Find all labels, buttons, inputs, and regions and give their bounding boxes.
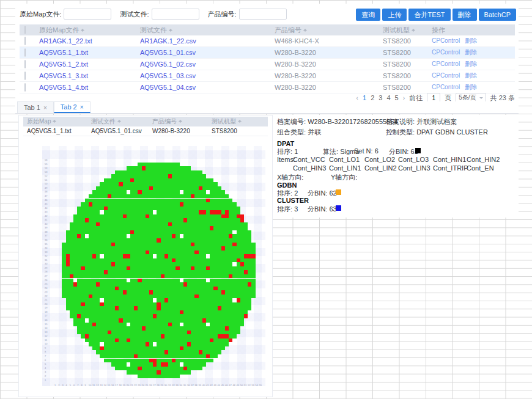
machine-type: STS8200 bbox=[383, 49, 411, 56]
wafer-die bbox=[202, 362, 206, 367]
test-file-link[interactable]: AQ5VG5.1_02.csv bbox=[140, 60, 196, 68]
cell-test-file-link: AQ5VG5.1_03.csv bbox=[138, 72, 272, 79]
x-axis-tick: 10 bbox=[89, 384, 91, 387]
page-number-5[interactable]: 5 bbox=[395, 94, 399, 101]
subtable-column-header-3: 测试机型 bbox=[208, 117, 266, 126]
toolbar-button-2[interactable]: 合并TEST bbox=[408, 9, 450, 21]
subtable-column-header-0: 原始Map bbox=[23, 117, 87, 126]
cell-map-file-link: AQ5VG5.1_1.txt bbox=[37, 49, 138, 56]
test-file-input[interactable] bbox=[152, 9, 199, 20]
table-row[interactable]: AQ5VG5.1_3.txtAQ5VG5.1_03.csvW280-B-3220… bbox=[20, 70, 515, 82]
table-row[interactable]: AQ5VG5.1_2.txtAQ5VG5.1_02.csvW280-B-3220… bbox=[20, 59, 515, 70]
cpcontrol-link[interactable]: CPControl bbox=[432, 84, 460, 90]
map-file-filter-label: 原始Map文件: bbox=[20, 10, 61, 19]
x-axis-tick: 30 bbox=[164, 384, 167, 387]
table-row[interactable]: AR1AGK.1_22.txtAR1AGK.1_22.csvW468-KHC4-… bbox=[20, 35, 515, 47]
tab-close-icon[interactable]: × bbox=[80, 104, 84, 111]
page-number-1[interactable]: 1 bbox=[363, 94, 366, 101]
y-axis-tick: 36 bbox=[45, 238, 47, 241]
subtable-data-row[interactable]: AQ5VG5.1_1.txtAQ5VG5.1_01.csvW280-B-3220… bbox=[23, 126, 268, 136]
table-row[interactable]: AQ5VG5.1_4.txtAQ5VG5.1_04.csvW280-B-3220… bbox=[20, 82, 515, 93]
sort-icon[interactable] bbox=[169, 27, 173, 33]
cpcontrol-link[interactable]: CPControl bbox=[432, 60, 460, 67]
subtable-column-label: 测试文件 bbox=[91, 118, 116, 125]
row-checkbox[interactable] bbox=[24, 60, 26, 68]
dpat-item: Cont_LIN1 bbox=[329, 164, 361, 172]
sort-icon[interactable] bbox=[117, 119, 122, 124]
row-checkbox-cell bbox=[20, 37, 37, 45]
delete-link[interactable]: 删除 bbox=[465, 49, 477, 56]
y-axis-tick: 28 bbox=[45, 270, 47, 273]
select-all-checkbox[interactable] bbox=[24, 26, 26, 34]
cpcontrol-link[interactable]: CPControl bbox=[432, 37, 460, 44]
x-axis-tick: 22 bbox=[134, 384, 136, 387]
cell-product-code: W468-KHC4-X bbox=[272, 37, 380, 45]
wafer-die bbox=[240, 323, 244, 327]
cell-test-file-link: AQ5VG5.1_02.csv bbox=[138, 60, 272, 68]
cpcontrol-link[interactable]: CPControl bbox=[432, 49, 460, 56]
row-checkbox[interactable] bbox=[24, 48, 26, 57]
tab-2[interactable]: Tab 2× bbox=[54, 101, 91, 113]
row-checkbox[interactable] bbox=[24, 37, 26, 45]
test-file-link[interactable]: AQ5VG5.1_04.csv bbox=[140, 84, 196, 91]
ops-cell: CPControl删除 bbox=[429, 48, 514, 57]
x-axis-tick: 24 bbox=[142, 384, 144, 387]
sort-icon[interactable] bbox=[179, 119, 183, 124]
sort-icon[interactable] bbox=[238, 119, 242, 124]
prev-page-button[interactable]: ‹ bbox=[356, 94, 358, 101]
sort-icon[interactable] bbox=[81, 27, 85, 33]
y-axis-tick: 24 bbox=[45, 287, 47, 290]
sort-icon[interactable] bbox=[53, 119, 57, 124]
y-axis-tick: 41 bbox=[45, 218, 47, 221]
map-file-link[interactable]: AQ5VG5.1_3.txt bbox=[39, 72, 88, 79]
map-file-link[interactable]: AQ5VG5.1_4.txt bbox=[39, 84, 88, 91]
column-header-4[interactable]: 操作 bbox=[429, 26, 514, 35]
wafer-die bbox=[251, 274, 255, 279]
wafer-die bbox=[210, 359, 213, 363]
y-axis-tick: 39 bbox=[45, 226, 47, 229]
selected-file-table: 原始Map测试文件产品编号测试机型AQ5VG5.1_1.txtAQ5VG5.1_… bbox=[23, 117, 268, 136]
map-file-input[interactable] bbox=[64, 9, 111, 20]
toolbar-button-0[interactable]: 查询 bbox=[356, 9, 380, 21]
dpat-item: Cont_ITRIP bbox=[433, 164, 468, 172]
delete-link[interactable]: 删除 bbox=[465, 84, 477, 90]
delete-link[interactable]: 删除 bbox=[465, 60, 477, 67]
row-checkbox[interactable] bbox=[24, 71, 26, 80]
tab-1[interactable]: Tab 1× bbox=[17, 101, 54, 113]
table-row[interactable]: AQ5VG5.1_1.txtAQ5VG5.1_01.csvW280-B-3220… bbox=[20, 47, 515, 59]
test-file-link[interactable]: AQ5VG5.1_01.csv bbox=[140, 49, 196, 56]
wafer-panel: 原始Map测试文件产品编号测试机型AQ5VG5.1_1.txtAQ5VG5.1_… bbox=[18, 115, 273, 397]
toolbar-button-3[interactable]: 删除 bbox=[453, 9, 477, 21]
toolbar-button-4[interactable]: BatchCP bbox=[479, 9, 516, 21]
page-number-4[interactable]: 4 bbox=[386, 94, 390, 101]
map-file-link[interactable]: AQ5VG5.1_2.txt bbox=[39, 60, 88, 68]
page-number-3[interactable]: 3 bbox=[379, 94, 382, 101]
x-axis-tick: 19 bbox=[123, 384, 125, 387]
cluster-bin-color-swatch bbox=[336, 205, 341, 211]
column-header-2[interactable]: 产品编号 bbox=[272, 26, 380, 35]
page-number-2[interactable]: 2 bbox=[371, 94, 374, 101]
row-checkbox[interactable] bbox=[24, 83, 26, 92]
toolbar-button-1[interactable]: 上传 bbox=[382, 9, 407, 21]
column-header-3[interactable]: 测试机型 bbox=[380, 26, 429, 35]
cpcontrol-link[interactable]: CPControl bbox=[432, 72, 460, 79]
column-header-0[interactable]: 原始Map文件 bbox=[37, 26, 138, 35]
sort-icon[interactable] bbox=[303, 27, 308, 33]
dpat-bin-field: 分BIN: 61 bbox=[389, 147, 418, 156]
y-axis-tick: 48 bbox=[45, 190, 47, 193]
tab-close-icon[interactable]: × bbox=[43, 104, 47, 111]
delete-link[interactable]: 删除 bbox=[465, 37, 477, 44]
next-page-button[interactable]: › bbox=[403, 94, 405, 101]
wafer-die bbox=[244, 314, 248, 318]
delete-link[interactable]: 删除 bbox=[465, 72, 477, 79]
map-file-link[interactable]: AQ5VG5.1_1.txt bbox=[39, 49, 88, 56]
sort-icon[interactable] bbox=[412, 27, 416, 33]
y-axis-tick: 37 bbox=[45, 234, 47, 237]
test-file-link[interactable]: AQ5VG5.1_03.csv bbox=[140, 72, 196, 79]
column-header-1[interactable]: 测试文件 bbox=[138, 26, 272, 35]
product-no-input[interactable] bbox=[239, 9, 287, 20]
map-file-link[interactable]: AR1AGK.1_22.txt bbox=[39, 37, 92, 45]
test-file-link[interactable]: AR1AGK.1_22.csv bbox=[140, 37, 196, 45]
toolbar: 查询上传合并TEST删除BatchCP bbox=[356, 9, 516, 21]
x-axis-tick: 47 bbox=[229, 384, 231, 387]
